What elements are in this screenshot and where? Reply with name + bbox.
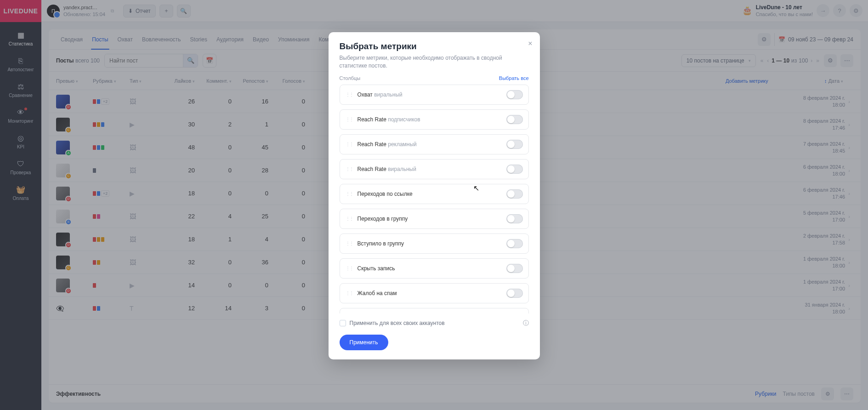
apply-button[interactable]: Применить (340, 335, 388, 350)
metric-toggle[interactable] (506, 189, 523, 199)
metrics-modal: Выбрать метрики × Выберите метрики, кото… (329, 32, 540, 359)
apply-all-checkbox[interactable] (340, 320, 346, 326)
metric-label: Reach Rate подписчиков (357, 116, 420, 123)
metric-label: Reach Rate виральный (357, 166, 416, 172)
metric-item: ⋮⋮ Вступило в группу (340, 233, 529, 254)
metric-label: Reach Rate рекламный (357, 141, 417, 148)
metric-item: ⋮⋮ Reach Rate виральный (340, 159, 529, 179)
metric-item: ⋮⋮ Скрыть запись (340, 258, 529, 279)
drag-handle-icon[interactable]: ⋮⋮ (346, 191, 353, 196)
drag-handle-icon[interactable]: ⋮⋮ (346, 142, 353, 147)
metric-label: Вступило в группу (357, 240, 404, 247)
metric-label: Переходов в группу (357, 216, 408, 222)
metric-toggle[interactable] (506, 239, 523, 248)
metric-item: ⋮⋮ Reach Rate подписчиков (340, 109, 529, 130)
metric-label: Жалоб на спам (357, 290, 397, 296)
metric-toggle[interactable] (506, 115, 523, 124)
metric-label: Охват виральный (357, 91, 403, 98)
metric-item: ⋮⋮ Переходов по ссылке (340, 184, 529, 204)
metric-toggle[interactable] (506, 214, 523, 223)
metric-toggle[interactable] (506, 264, 523, 273)
metric-item: ⋮⋮ Переходов в группу (340, 209, 529, 229)
drag-handle-icon[interactable]: ⋮⋮ (346, 216, 353, 221)
close-icon: × (528, 40, 532, 47)
metric-toggle[interactable] (506, 140, 523, 149)
drag-handle-icon[interactable]: ⋮⋮ (346, 92, 353, 97)
modal-title: Выбрать метрики (340, 41, 529, 51)
metric-item: ⋮⋮ Reach Rate рекламный (340, 134, 529, 154)
select-all-link[interactable]: Выбрать все (499, 75, 529, 81)
columns-label: Столбцы (340, 75, 361, 81)
metric-item: ⋮⋮ Охват виральный (340, 85, 529, 105)
metric-toggle[interactable] (506, 289, 523, 298)
drag-handle-icon[interactable]: ⋮⋮ (346, 166, 353, 171)
info-icon[interactable]: ⓘ (523, 319, 529, 327)
metric-item: ⋮⋮ Жалоб на спам (340, 283, 529, 303)
metric-label: Скрыть запись (357, 265, 395, 272)
drag-handle-icon[interactable]: ⋮⋮ (346, 266, 353, 271)
metrics-list[interactable]: ⋮⋮ Охват виральный ⋮⋮ Reach Rate подписч… (329, 85, 540, 313)
modal-close-button[interactable]: × (528, 40, 532, 48)
modal-subtitle: Выберите метрики, которые необходимо ото… (329, 54, 540, 75)
metric-item: ⋮⋮ Отписок от группы (340, 308, 529, 313)
metric-label: Переходов по ссылке (357, 191, 413, 197)
metric-toggle[interactable] (506, 165, 523, 174)
drag-handle-icon[interactable]: ⋮⋮ (346, 117, 353, 122)
apply-all-row: Применить для всех своих аккаунтов ⓘ (329, 313, 540, 327)
modal-overlay[interactable]: Выбрать метрики × Выберите метрики, кото… (0, 0, 868, 410)
drag-handle-icon[interactable]: ⋮⋮ (346, 290, 353, 296)
metric-toggle[interactable] (506, 90, 523, 99)
drag-handle-icon[interactable]: ⋮⋮ (346, 241, 353, 246)
